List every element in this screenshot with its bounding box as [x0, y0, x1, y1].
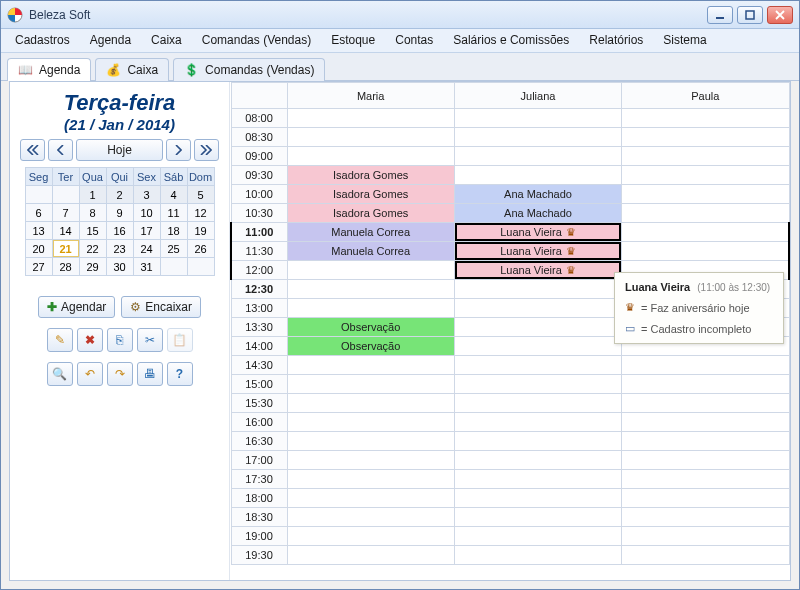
schedule-cell[interactable]	[622, 356, 789, 375]
schedule-cell[interactable]	[287, 147, 454, 166]
schedule-cell[interactable]	[454, 508, 621, 527]
schedule-cell[interactable]	[454, 470, 621, 489]
column-header[interactable]: Paula	[622, 83, 789, 109]
print-button[interactable]: 🖶	[137, 362, 163, 386]
minical-day[interactable]: 14	[52, 222, 79, 240]
schedule-cell[interactable]	[622, 489, 789, 508]
schedule-cell[interactable]: Luana Vieira♛	[454, 242, 621, 261]
menu-sal-rios-e-comiss-es[interactable]: Salários e Comissões	[443, 29, 579, 52]
schedule-cell[interactable]	[287, 280, 454, 299]
appointment[interactable]: Ana Machado	[455, 204, 621, 222]
minical-day[interactable]: 23	[106, 240, 133, 258]
menu-relat-rios[interactable]: Relatórios	[579, 29, 653, 52]
schedule-cell[interactable]	[454, 147, 621, 166]
schedule-cell[interactable]	[287, 489, 454, 508]
maximize-button[interactable]	[737, 6, 763, 24]
schedule-cell[interactable]	[287, 128, 454, 147]
schedule-cell[interactable]	[454, 375, 621, 394]
appointment[interactable]: Luana Vieira♛	[455, 223, 621, 241]
nav-today-button[interactable]: Hoje	[76, 139, 163, 161]
schedule-cell[interactable]	[454, 166, 621, 185]
appointment[interactable]: Isadora Gomes	[288, 185, 454, 203]
column-header[interactable]: Maria	[287, 83, 454, 109]
schedule-cell[interactable]: Isadora Gomes	[287, 166, 454, 185]
schedule-cell[interactable]	[287, 394, 454, 413]
nav-next-button[interactable]	[166, 139, 191, 161]
minical-day[interactable]: 24	[133, 240, 160, 258]
copy-button[interactable]: ⎘	[107, 328, 133, 352]
schedule-cell[interactable]	[622, 413, 789, 432]
schedule-cell[interactable]: Observação	[287, 337, 454, 356]
minical-day[interactable]: 19	[187, 222, 214, 240]
schedule-cell[interactable]	[622, 185, 789, 204]
schedule-cell[interactable]: Observação	[287, 318, 454, 337]
schedule-cell[interactable]	[622, 451, 789, 470]
agendar-button[interactable]: ✚ Agendar	[38, 296, 115, 318]
menu-sistema[interactable]: Sistema	[653, 29, 716, 52]
schedule-cell[interactable]	[622, 394, 789, 413]
appointment[interactable]: Luana Vieira♛	[455, 242, 621, 260]
appointment[interactable]: Isadora Gomes	[288, 166, 454, 184]
menu-estoque[interactable]: Estoque	[321, 29, 385, 52]
minical-day[interactable]: 16	[106, 222, 133, 240]
search-button[interactable]: 🔍	[47, 362, 73, 386]
schedule-cell[interactable]	[622, 546, 789, 565]
schedule-cell[interactable]	[622, 470, 789, 489]
encaixar-button[interactable]: ⚙ Encaixar	[121, 296, 201, 318]
schedule-cell[interactable]	[454, 527, 621, 546]
minical-day[interactable]: 26	[187, 240, 214, 258]
schedule-cell[interactable]	[287, 470, 454, 489]
menu-contas[interactable]: Contas	[385, 29, 443, 52]
schedule-cell[interactable]	[287, 109, 454, 128]
schedule-cell[interactable]	[454, 413, 621, 432]
menu-cadastros[interactable]: Cadastros	[5, 29, 80, 52]
minical-day[interactable]: 21	[52, 240, 79, 258]
appointment[interactable]: Ana Machado	[455, 185, 621, 203]
minical-day[interactable]: 25	[160, 240, 187, 258]
schedule-cell[interactable]	[622, 204, 789, 223]
schedule-cell[interactable]	[454, 489, 621, 508]
column-header[interactable]: Juliana	[454, 83, 621, 109]
schedule-cell[interactable]	[454, 356, 621, 375]
appointment[interactable]: Observação	[288, 318, 454, 336]
schedule-cell[interactable]	[622, 166, 789, 185]
nav-first-button[interactable]	[20, 139, 45, 161]
nav-prev-button[interactable]	[48, 139, 73, 161]
minical-day[interactable]: 30	[106, 258, 133, 276]
menu-agenda[interactable]: Agenda	[80, 29, 141, 52]
schedule-cell[interactable]	[287, 527, 454, 546]
schedule-cell[interactable]	[454, 318, 621, 337]
schedule-cell[interactable]: Isadora Gomes	[287, 204, 454, 223]
tab-agenda[interactable]: 📖Agenda	[7, 58, 91, 81]
appointment[interactable]: Manuela Correa	[288, 242, 454, 260]
schedule-cell[interactable]	[287, 299, 454, 318]
schedule-cell[interactable]: Manuela Correa	[287, 242, 454, 261]
schedule-cell[interactable]	[622, 432, 789, 451]
minical-day[interactable]: 8	[79, 204, 106, 222]
minical-day[interactable]: 5	[187, 186, 214, 204]
minical-day[interactable]: 10	[133, 204, 160, 222]
schedule-cell[interactable]	[622, 109, 789, 128]
redo-button[interactable]: ↷	[107, 362, 133, 386]
minical-day[interactable]: 2	[106, 186, 133, 204]
schedule-cell[interactable]	[287, 546, 454, 565]
delete-button[interactable]: ✖	[77, 328, 103, 352]
schedule-cell[interactable]	[454, 128, 621, 147]
minical-day[interactable]: 31	[133, 258, 160, 276]
minical-day[interactable]: 13	[25, 222, 52, 240]
menu-comandas-vendas-[interactable]: Comandas (Vendas)	[192, 29, 321, 52]
appointment[interactable]: Observação	[288, 337, 454, 355]
schedule-cell[interactable]	[287, 356, 454, 375]
schedule-cell[interactable]	[454, 546, 621, 565]
schedule-cell[interactable]	[287, 508, 454, 527]
mini-calendar[interactable]: SegTerQuaQuiSexSábDom 123456789101112131…	[25, 167, 215, 276]
schedule-cell[interactable]: Isadora Gomes	[287, 185, 454, 204]
schedule-cell[interactable]	[454, 299, 621, 318]
minical-day[interactable]: 18	[160, 222, 187, 240]
minical-day[interactable]: 12	[187, 204, 214, 222]
close-button[interactable]	[767, 6, 793, 24]
schedule-cell[interactable]	[622, 375, 789, 394]
minical-day[interactable]: 20	[25, 240, 52, 258]
schedule-cell[interactable]	[622, 242, 789, 261]
schedule-cell[interactable]	[454, 109, 621, 128]
